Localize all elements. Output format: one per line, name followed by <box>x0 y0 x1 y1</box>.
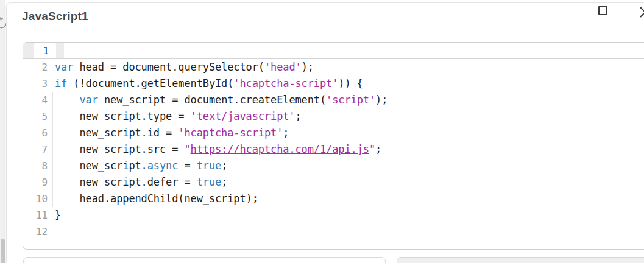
code-text <box>51 223 644 240</box>
code-line[interactable]: 12 <box>23 223 644 240</box>
javascript-dialog: JavaScript1 12var head = document.queryS… <box>6 2 644 263</box>
line-number: 9 <box>23 174 51 191</box>
code-line[interactable]: 7 new_script.src = "https://hcaptcha.com… <box>23 141 644 158</box>
code-text: new_script.src = "https://hcaptcha.com/1… <box>51 141 644 158</box>
code-text: new_script.id = 'hcaptcha-script'; <box>51 125 644 141</box>
line-number: 7 <box>23 141 51 158</box>
line-number: 12 <box>23 223 51 240</box>
code-text: if (!document.getElementById('hcaptcha-s… <box>51 75 644 92</box>
code-text: head.appendChild(new_script); <box>51 191 644 207</box>
line-number: 6 <box>23 125 51 141</box>
scrollbar-track[interactable] <box>0 0 5 263</box>
code-line[interactable]: 11} <box>23 207 644 223</box>
line-number: 3 <box>23 75 51 92</box>
code-text <box>64 43 644 58</box>
code-line[interactable]: 2var head = document.querySelector('head… <box>23 59 644 75</box>
code-text: new_script.type = 'text/javascript'; <box>51 108 644 125</box>
code-text: var head = document.querySelector('head'… <box>51 59 644 75</box>
line-number: 10 <box>23 191 51 207</box>
code-line[interactable]: 3if (!document.getElementById('hcaptcha-… <box>23 75 644 92</box>
line-number: 11 <box>23 207 51 223</box>
code-editor[interactable]: 12var head = document.querySelector('hea… <box>23 42 644 250</box>
line-number: 1 <box>34 43 56 58</box>
maximize-icon[interactable] <box>598 6 607 15</box>
bottom-left-panel[interactable] <box>23 257 386 263</box>
line-number: 2 <box>23 59 51 75</box>
code-rows: 12var head = document.querySelector('hea… <box>23 43 644 240</box>
indent-guide <box>52 92 53 207</box>
code-text: new_script.defer = true; <box>51 174 644 191</box>
bottom-right-panel[interactable] <box>397 257 644 263</box>
code-line[interactable]: 10 head.appendChild(new_script); <box>23 191 644 207</box>
close-icon[interactable] <box>639 5 644 19</box>
code-line[interactable]: 8 new_script.async = true; <box>23 158 644 174</box>
code-text: var new_script = document.createElement(… <box>51 92 644 108</box>
code-line[interactable]: 9 new_script.defer = true; <box>23 174 644 191</box>
code-text: } <box>51 207 644 223</box>
line-number: 8 <box>23 158 51 174</box>
line-number: 4 <box>23 92 51 108</box>
code-line[interactable]: 6 new_script.id = 'hcaptcha-script'; <box>23 125 644 141</box>
code-line[interactable]: 1 <box>23 43 644 59</box>
scrollbar-thumb[interactable] <box>1 239 5 263</box>
code-line[interactable]: 4 var new_script = document.createElemen… <box>23 92 644 108</box>
code-text: new_script.async = true; <box>51 158 644 174</box>
page-title: JavaScript1 <box>22 10 88 23</box>
code-line[interactable]: 5 new_script.type = 'text/javascript'; <box>23 108 644 125</box>
line-number: 5 <box>23 108 51 125</box>
